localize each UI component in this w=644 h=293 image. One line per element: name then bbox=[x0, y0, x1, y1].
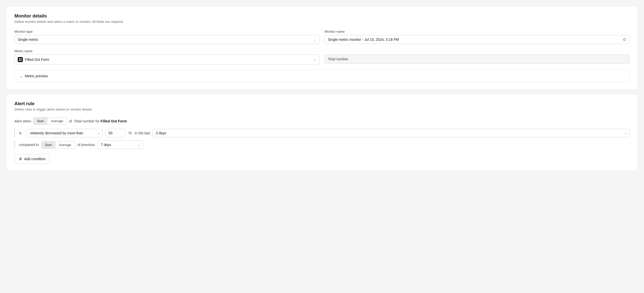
svg-rect-1 bbox=[21, 58, 22, 59]
alert-rule-card: Alert rule Define rules to trigger alert… bbox=[6, 94, 638, 171]
add-condition-button[interactable]: ⊕ Add condition bbox=[14, 154, 50, 163]
compared-to-label: compared to bbox=[19, 143, 39, 147]
metric-name-group: Metric name Filled Out Form ⌄ bbox=[14, 49, 319, 65]
of-previous-label: of previous bbox=[78, 143, 95, 147]
alert-when-row: Alert when Sum Average of Total number f… bbox=[14, 117, 630, 125]
compared-aggregation-toggle: Sum Average bbox=[41, 141, 75, 149]
metric-preview-section: ⌄ Metric preview bbox=[14, 70, 630, 82]
metric-name-row: Metric name Filled Out Form ⌄ bbox=[14, 49, 630, 65]
monitor-name-group: Monitor name Single metric monitor - Jul… bbox=[325, 30, 630, 44]
metric-name-select[interactable]: Filled Out Form ⌄ bbox=[14, 54, 319, 65]
metric-preview-title: Metric preview bbox=[25, 74, 48, 78]
condition-type-value: relatively decreased by more than bbox=[30, 131, 83, 135]
monitor-details-title: Monitor details bbox=[14, 13, 630, 19]
sum-button[interactable]: Sum bbox=[33, 118, 47, 124]
metric-secondary-group: placeholder Total number bbox=[325, 49, 630, 65]
in-the-last-label: in the last bbox=[135, 131, 150, 135]
alert-rule-title: Alert rule bbox=[14, 101, 630, 106]
condition-unit-label: % bbox=[129, 131, 132, 135]
metric-icon-svg bbox=[19, 58, 22, 61]
metric-secondary-value: Total number bbox=[325, 54, 630, 64]
compared-average-button[interactable]: Average bbox=[56, 141, 75, 148]
metric-name-label: Metric name bbox=[14, 49, 319, 53]
monitor-details-card: Monitor details Define monitor details a… bbox=[6, 6, 638, 90]
monitor-details-description: Define monitor details and select a metr… bbox=[14, 20, 630, 24]
condition-type-chevron-icon: ⌄ bbox=[97, 131, 100, 135]
compared-to-row: compared to Sum Average of previous 7 da… bbox=[14, 140, 630, 149]
monitor-name-value: Single metric monitor - Jul 15, 2024, 3:… bbox=[328, 38, 399, 42]
clear-monitor-name-icon[interactable]: ♻ bbox=[623, 37, 626, 42]
condition-is-label: is bbox=[19, 131, 24, 135]
svg-rect-2 bbox=[19, 60, 20, 61]
monitor-type-group: Monitor type Single metric ⌄ bbox=[14, 30, 319, 44]
metric-preview-chevron-icon: ⌄ bbox=[20, 74, 23, 78]
alert-when-label: Alert when bbox=[14, 119, 31, 123]
condition-type-select[interactable]: relatively decreased by more than ⌄ bbox=[27, 129, 103, 137]
days-select[interactable]: 3 days ⌄ bbox=[152, 129, 630, 137]
conditions-block: is relatively decreased by more than ⌄ %… bbox=[14, 129, 630, 149]
metric-name-chevron-icon: ⌄ bbox=[314, 58, 316, 61]
add-condition-icon: ⊕ bbox=[19, 156, 22, 161]
monitor-type-name-row: Monitor type Single metric ⌄ Monitor nam… bbox=[14, 30, 630, 44]
condition-value-input[interactable] bbox=[105, 129, 126, 137]
svg-rect-0 bbox=[19, 58, 20, 59]
monitor-name-label: Monitor name bbox=[325, 30, 630, 33]
monitor-name-input[interactable]: Single metric monitor - Jul 15, 2024, 3:… bbox=[325, 35, 630, 44]
alert-aggregation-toggle: Sum Average bbox=[33, 117, 67, 125]
alert-form-name: Filled Out Form bbox=[101, 119, 127, 123]
monitor-type-label: Monitor type bbox=[14, 30, 319, 33]
svg-rect-3 bbox=[21, 60, 22, 61]
monitor-type-select[interactable]: Single metric ⌄ bbox=[14, 35, 319, 44]
metric-brand-icon bbox=[18, 57, 23, 62]
add-condition-label: Add condition bbox=[24, 157, 46, 161]
condition-row: is relatively decreased by more than ⌄ %… bbox=[14, 129, 630, 137]
previous-days-select[interactable]: 7 days ⌄ bbox=[97, 140, 143, 149]
metric-name-value: Filled Out Form bbox=[25, 58, 49, 62]
monitor-type-value: Single metric bbox=[18, 38, 38, 42]
alert-rule-description: Define rules to trigger alerts based on … bbox=[14, 107, 630, 111]
metric-preview-toggle[interactable]: ⌄ Metric preview bbox=[20, 74, 624, 78]
previous-days-value: 7 days bbox=[101, 143, 111, 147]
average-button[interactable]: Average bbox=[47, 118, 67, 124]
days-chevron-icon: ⌄ bbox=[624, 131, 627, 135]
alert-of-text: of bbox=[69, 119, 72, 123]
days-value: 3 days bbox=[156, 131, 166, 135]
compared-sum-button[interactable]: Sum bbox=[42, 141, 56, 148]
previous-days-chevron-icon: ⌄ bbox=[138, 143, 140, 146]
metric-name-with-icon: Filled Out Form bbox=[18, 57, 49, 62]
monitor-type-chevron-icon: ⌄ bbox=[314, 38, 316, 41]
alert-metric-name: Total number for Filled Out Form bbox=[74, 119, 127, 123]
